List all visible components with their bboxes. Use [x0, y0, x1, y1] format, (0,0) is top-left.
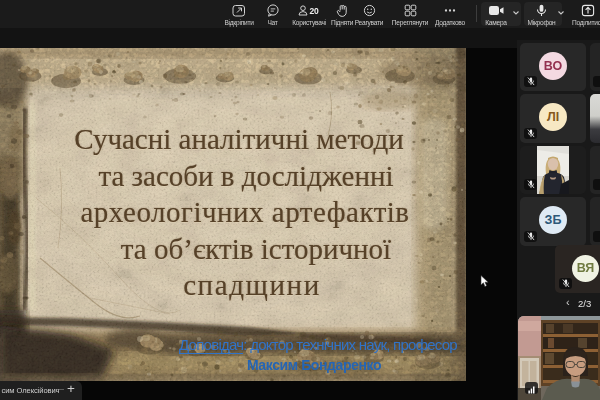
svg-text:20: 20: [310, 6, 319, 16]
